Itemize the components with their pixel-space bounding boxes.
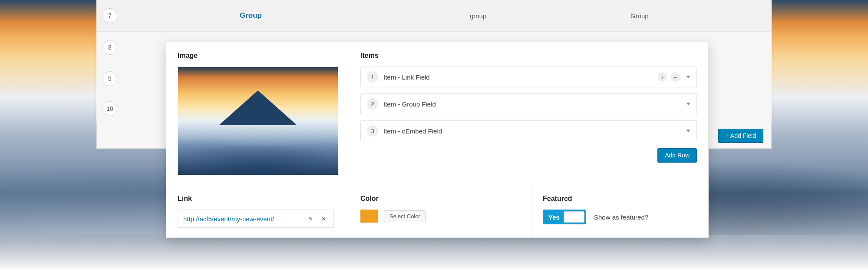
featured-section: Featured Yes Show as featured? <box>531 185 708 237</box>
image-section-title: Image <box>178 52 337 60</box>
chevron-down-icon[interactable] <box>686 76 690 78</box>
items-section: Items 1 Item - Link Field + – 2 Item - G… <box>349 42 708 185</box>
row-field-label[interactable]: Group <box>240 11 262 20</box>
link-section-title: Link <box>178 195 337 203</box>
featured-toggle[interactable]: Yes <box>543 210 586 224</box>
featured-section-title: Featured <box>543 195 697 203</box>
items-section-title: Items <box>360 52 697 60</box>
chevron-down-icon[interactable] <box>686 130 690 132</box>
link-input-box: http://acf5/event/my-new-event/ ✎ ✕ <box>178 210 334 228</box>
item-label: Item - Group Field <box>383 100 683 108</box>
add-row-button[interactable]: Add Row <box>657 148 697 162</box>
row-number-badge: 7 <box>102 8 117 23</box>
item-label: Item - oEmbed Field <box>383 127 683 135</box>
item-number-badge: 1 <box>367 71 378 83</box>
item-number-badge: 2 <box>367 98 378 110</box>
toggle-label: Yes <box>548 213 560 221</box>
row-field-type: Group <box>630 12 649 20</box>
table-row[interactable]: 7 Group group Group <box>96 0 772 31</box>
link-url[interactable]: http://acf5/event/my-new-event/ <box>183 215 302 223</box>
link-section: Link http://acf5/event/my-new-event/ ✎ ✕ <box>166 185 349 237</box>
item-label: Item - Link Field <box>383 73 657 81</box>
item-number-badge: 3 <box>367 125 378 137</box>
repeater-item-row[interactable]: 1 Item - Link Field + – <box>360 67 697 87</box>
color-swatch[interactable] <box>360 210 378 223</box>
color-section-title: Color <box>360 195 520 203</box>
color-section: Color Select Color <box>349 185 531 237</box>
image-section: Image <box>166 42 349 185</box>
row-field-name: group <box>470 12 486 20</box>
image-thumbnail[interactable] <box>178 67 338 175</box>
select-color-button[interactable]: Select Color <box>384 210 426 222</box>
add-field-button[interactable]: + Add Field <box>718 129 763 143</box>
chevron-down-icon[interactable] <box>686 103 690 105</box>
repeater-item-row[interactable]: 3 Item - oEmbed Field <box>360 120 697 141</box>
pencil-icon[interactable]: ✎ <box>306 214 315 223</box>
featured-description: Show as featured? <box>594 213 648 221</box>
row-number-badge: 10 <box>102 101 117 116</box>
repeater-item-row[interactable]: 2 Item - Group Field <box>360 93 697 114</box>
field-group-panel: Image Items 1 Item - Link Field + – 2 It… <box>166 42 709 238</box>
row-number-badge: 9 <box>102 71 117 86</box>
minus-icon[interactable]: – <box>670 72 680 82</box>
plus-icon[interactable]: + <box>657 72 667 82</box>
close-icon[interactable]: ✕ <box>319 214 328 223</box>
row-number-badge: 8 <box>102 40 117 55</box>
